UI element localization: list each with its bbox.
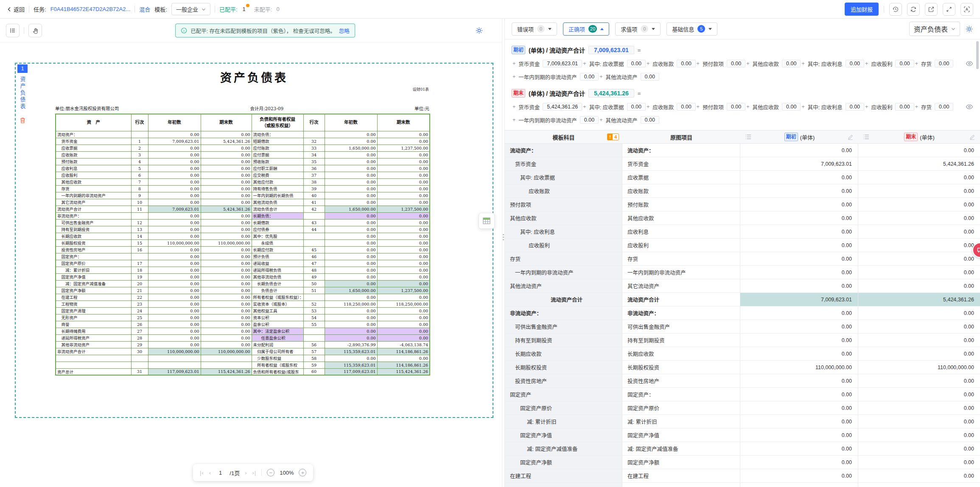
sheet-row[interactable]: 一年内到期的非流动资产90.000.00一年内到期的长期负债400.000.00 (56, 192, 430, 199)
sheet-row[interactable]: 资产总计31117,009,623.01115,424,361.26负债和所有者… (56, 368, 430, 375)
original-item-cell[interactable]: 减: 累计折旧 (622, 415, 740, 428)
template-subject-cell[interactable]: 预付款项 (505, 198, 622, 211)
begin-value-cell[interactable]: 0.00 (740, 306, 858, 320)
pan-tool-button[interactable] (28, 24, 42, 37)
template-subject-cell[interactable]: 固定资产 (505, 388, 622, 401)
sheet-row[interactable]: 工程物资230.000.00实收资本（或股本）52118,250,000.001… (56, 301, 430, 307)
scrollbar-thumb[interactable] (976, 41, 979, 69)
current-page[interactable]: 1 (216, 470, 224, 476)
begin-value-cell[interactable]: 0.00 (740, 347, 858, 360)
begin-value-cell[interactable]: 0.00 (740, 171, 858, 184)
template-subject-cell[interactable]: 固定资产净值 (505, 429, 622, 442)
fullscreen-button[interactable] (943, 3, 955, 16)
mapping-row[interactable]: 一年内到期的非流动资产一年内到期的非流动资产0.000.00 (505, 266, 980, 279)
mapping-row[interactable]: 可供出售金融资产可供出售金融资产0.000.00 (505, 320, 980, 334)
sheet-row[interactable]: 递延所得税资产280.000.00 任意盈余公积0.000.00 (56, 334, 430, 341)
add-report-button[interactable]: 追加财报 (845, 3, 879, 16)
tab-basic-info[interactable]: 基础信息 5 (666, 22, 717, 36)
formula-item-value[interactable]: 0.00 (782, 60, 801, 67)
begin-value-cell[interactable]: 0.00 (740, 415, 858, 428)
end-value-cell[interactable]: 0.00 (858, 483, 980, 487)
original-item-cell[interactable]: 固定资产净额 (622, 456, 740, 469)
begin-value-cell[interactable]: 0.00 (740, 198, 858, 211)
formula-item-value[interactable]: 0.00 (782, 103, 801, 111)
formula-item-value[interactable]: 0.00 (580, 116, 599, 124)
sheet-row[interactable]: 固定资产净值190.000.00其他非流动负债490.000.00 (56, 273, 430, 280)
template-subject-cell[interactable]: 工程物资 (505, 483, 622, 487)
sheet-row[interactable]: 固定资产原价170.000.00递延收益470.000.00 (56, 260, 430, 267)
begin-value-cell[interactable]: 0.00 (740, 239, 858, 252)
template-subject-cell[interactable]: 存货 (505, 252, 622, 265)
sheet-row[interactable]: 应收股利60.000.00应交税费370.000.00 (56, 172, 430, 178)
sheet-row[interactable]: 应收利息50.000.00应付职工薪酬360.000.00 (56, 165, 430, 172)
mapping-row[interactable]: 持有至到期投资持有至到期投资0.000.00 (505, 334, 980, 347)
mapping-row[interactable]: 流动资产：流动资产：0.000.00 (505, 144, 980, 157)
begin-value-cell[interactable]: 0.00 (740, 469, 858, 482)
mapping-row[interactable]: 固定资产净值固定资产净值0.000.00 (505, 429, 980, 442)
template-subject-cell[interactable]: 减: 累计折旧 (505, 415, 622, 428)
end-value-cell[interactable]: 0.00 (858, 225, 980, 238)
end-value-cell[interactable]: 0.00 (858, 144, 980, 157)
sheet-row[interactable]: 其它流动资产100.000.00其他流动负债410.000.00 (56, 199, 430, 206)
zoom-in-button[interactable]: + (299, 469, 306, 476)
back-button[interactable]: 返回 (7, 5, 25, 13)
end-value-cell[interactable]: 0.00 (858, 211, 980, 225)
sheet-row[interactable]: 可供出售金融资产120.000.00长期借款430.000.00 (56, 219, 430, 226)
tab-evaluated-items[interactable]: 求值项 0 (615, 22, 661, 36)
begin-value-cell[interactable]: 0.00 (740, 442, 858, 455)
panel-splitter[interactable] (502, 19, 505, 487)
original-item-cell[interactable]: 应收股利 (622, 239, 740, 252)
mapping-row[interactable]: 固定资产净额固定资产净额0.000.00 (505, 456, 980, 469)
sheet-row[interactable]: 减：固定资产减值准备200.000.00 长期负债合计500.000.00 (56, 280, 430, 287)
original-item-cell[interactable]: 流动资产合计 (622, 293, 740, 306)
template-subject-cell[interactable]: 持有至到期投资 (505, 334, 622, 347)
end-value-cell[interactable]: 0.00 (858, 266, 980, 279)
template-subject-cell[interactable]: 其他流动资产 (505, 279, 622, 292)
original-item-cell[interactable]: 非流动资产： (622, 306, 740, 320)
template-subject-cell[interactable]: 长期股权投资 (505, 361, 622, 374)
mapping-row[interactable]: 其他流动资产其它流动资产0.000.00 (505, 279, 980, 293)
zoom-out-button[interactable]: − (267, 469, 274, 476)
history-button[interactable] (889, 3, 902, 16)
page-title-vertical[interactable]: 资产负债表 (19, 76, 27, 110)
mapping-row[interactable]: 固定资产原价固定资产原价0.000.00 (505, 401, 980, 415)
begin-value-cell[interactable]: 0.00 (740, 184, 858, 198)
original-item-cell[interactable]: 长期应收款 (622, 347, 740, 360)
sheet-row[interactable]: 固定资产净额210.000.00 负债合计511,650,000.001,237… (56, 287, 430, 294)
sheet-row[interactable]: 流动资产：0.000.00流动负债：0.000.00 (56, 131, 430, 138)
mapping-row[interactable]: 在建工程在建工程0.000.00 (505, 469, 980, 483)
eye-toggle-button[interactable] (961, 102, 973, 112)
mapping-row[interactable]: 工程物资工程物资0.000.00 (505, 483, 980, 487)
end-value-cell[interactable]: 0.00 (858, 374, 980, 387)
begin-value-cell[interactable]: 0.00 (740, 334, 858, 347)
ocr-recognize-button[interactable] (960, 3, 973, 16)
end-value-cell[interactable]: 0.00 (858, 198, 980, 211)
template-subject-cell[interactable]: 其中: 应收利息 (505, 225, 622, 238)
formula-item-value[interactable]: 0.00 (641, 73, 659, 81)
template-subject-cell[interactable]: 货币资金 (505, 157, 622, 170)
formula-item-value[interactable]: 0.00 (935, 103, 953, 111)
template-subject-cell[interactable]: 一年内到期的非流动资产 (505, 266, 622, 279)
sheet-row[interactable]: 应收票据20.000.00应付账款331,650,000.001,237,500… (56, 145, 430, 151)
original-item-cell[interactable]: 投资性房地产 (622, 374, 740, 387)
original-item-cell[interactable]: 一年内到期的非流动资产 (622, 266, 740, 279)
formula-item-value[interactable]: 7,009,623.01 (543, 60, 582, 67)
mapping-row[interactable]: 预付款项预付账款0.000.00 (505, 198, 980, 211)
original-item-cell[interactable]: 固定资产： (622, 388, 740, 401)
formula-item-value[interactable]: 0.00 (727, 103, 745, 111)
end-value-cell[interactable]: 0.00 (858, 252, 980, 265)
begin-value-cell[interactable]: 110,000,000.00 (740, 361, 858, 374)
doc-settings-button[interactable] (475, 26, 483, 34)
sheet-row[interactable]: 存货80.000.00持有待售负债390.000.00 (56, 185, 430, 192)
mapping-row[interactable]: 其他应收款其他应收款0.000.00 (505, 211, 980, 225)
original-item-cell[interactable]: 持有至到期投资 (622, 334, 740, 347)
end-value-cell[interactable]: 0.00 (858, 334, 980, 347)
original-item-cell[interactable]: 在建工程 (622, 469, 740, 482)
balance-sheet-page[interactable]: 1 资产负债表 资产负债表 设财01表 单位:丽水金汛股权投资有限公司 会计月:… (15, 63, 493, 418)
original-item-cell[interactable]: 长期股权投资 (622, 361, 740, 374)
mapping-row[interactable]: 应收股利应收股利0.000.00 (505, 239, 980, 252)
original-item-cell[interactable]: 存货 (622, 252, 740, 265)
original-item-cell[interactable]: 固定资产净值 (622, 429, 740, 442)
begin-value-cell[interactable]: 0.00 (740, 211, 858, 225)
end-value-cell[interactable]: 0.00 (858, 279, 980, 292)
